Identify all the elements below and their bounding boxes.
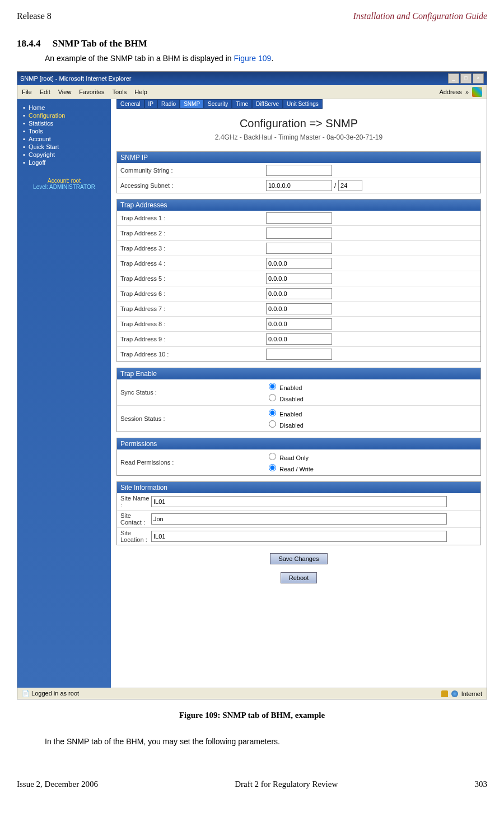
lock-icon xyxy=(441,690,448,697)
window-title: SNMP [root] - Microsoft Internet Explore… xyxy=(20,75,131,82)
address-label: Address xyxy=(440,89,462,95)
community-string-input[interactable] xyxy=(266,165,332,176)
tab-unitsettings[interactable]: Unit Settings xyxy=(283,99,323,109)
read-only-label: Read Only xyxy=(279,455,309,461)
tab-time[interactable]: Time xyxy=(232,99,252,109)
trap-address-label: Trap Address 4 : xyxy=(120,260,266,267)
trap-address-label: Trap Address 1 : xyxy=(120,215,266,221)
panel-trap-enable: Trap Enable Sync Status : Enabled Disabl… xyxy=(116,368,481,432)
panel-header-trap-enable: Trap Enable xyxy=(117,368,480,379)
sync-status-label: Sync Status : xyxy=(120,389,266,396)
tab-general[interactable]: General xyxy=(116,99,144,109)
sidebar-item-logoff[interactable]: Logoff xyxy=(23,159,108,166)
maximize-button[interactable]: □ xyxy=(460,73,472,84)
trap-address-input[interactable] xyxy=(266,258,332,269)
read-write-radio[interactable]: Read / Write xyxy=(266,462,314,474)
menu-help[interactable]: Help xyxy=(134,89,147,95)
trap-address-input[interactable] xyxy=(266,243,332,254)
sync-disabled-radio[interactable]: Disabled xyxy=(266,392,304,404)
trap-address-input[interactable] xyxy=(266,228,332,239)
reboot-button[interactable]: Reboot xyxy=(281,572,317,583)
menu-file[interactable]: File xyxy=(22,89,32,95)
session-enabled-radio[interactable]: Enabled xyxy=(266,407,304,419)
intro-paragraph: An example of the SNMP tab in a BHM is d… xyxy=(45,54,487,63)
trap-address-row: Trap Address 5 : xyxy=(117,271,480,286)
trap-address-input[interactable] xyxy=(266,303,332,314)
trap-address-label: Trap Address 10 : xyxy=(120,351,266,358)
trap-address-input[interactable] xyxy=(266,349,332,360)
site-name-input[interactable] xyxy=(151,496,447,507)
trap-address-input[interactable] xyxy=(266,318,332,330)
intro-prefix: An example of the SNMP tab in a BHM is d… xyxy=(45,54,234,63)
account-name: Account: root xyxy=(21,178,108,184)
sidebar-item-tools[interactable]: Tools xyxy=(23,127,108,135)
sidebar-item-configuration[interactable]: Configuration xyxy=(23,112,108,119)
site-location-input[interactable] xyxy=(151,531,447,542)
session-status-label: Session Status : xyxy=(120,415,266,422)
close-button[interactable]: × xyxy=(473,73,484,84)
menu-tools[interactable]: Tools xyxy=(113,89,127,95)
trap-address-row: Trap Address 10 : xyxy=(117,347,480,361)
site-location-label: Site Location : xyxy=(120,530,151,543)
tab-diffserve[interactable]: DiffServe xyxy=(252,99,283,109)
menu-bar: File Edit View Favorites Tools Help Addr… xyxy=(17,85,487,99)
trap-address-label: Trap Address 6 : xyxy=(120,290,266,297)
site-name-label: Site Name : xyxy=(120,495,151,508)
trap-address-row: Trap Address 3 : xyxy=(117,241,480,256)
trap-address-row: Trap Address 8 : xyxy=(117,317,480,332)
trap-address-row: Trap Address 7 : xyxy=(117,302,480,317)
read-only-radio[interactable]: Read Only xyxy=(266,451,314,462)
section-number: 18.4.4 xyxy=(17,38,41,49)
sidebar-item-statistics[interactable]: Statistics xyxy=(23,119,108,127)
trap-address-row: Trap Address 4 : xyxy=(117,256,480,271)
tab-ip[interactable]: IP xyxy=(144,99,157,109)
trap-address-input[interactable] xyxy=(266,333,332,345)
sidebar-item-quickstart[interactable]: Quick Start xyxy=(23,143,108,151)
tab-row: General IP Radio SNMP Security Time Diff… xyxy=(116,99,481,109)
accessing-subnet-label: Accessing Subnet : xyxy=(120,182,266,189)
sidebar-item-home[interactable]: Home xyxy=(23,104,108,112)
panel-header-snmp-ip: SNMP IP xyxy=(117,152,480,163)
minimize-button[interactable]: _ xyxy=(448,73,459,84)
community-string-label: Community String : xyxy=(120,167,266,174)
session-disabled-radio[interactable]: Disabled xyxy=(266,419,304,430)
trap-address-input[interactable] xyxy=(266,288,332,299)
address-chevron[interactable]: » xyxy=(465,89,469,95)
account-level: Level: ADMINISTRATOR xyxy=(21,184,108,190)
session-enabled-label: Enabled xyxy=(279,411,302,418)
figure-caption: Figure 109: SNMP tab of BHM, example xyxy=(17,711,487,720)
save-changes-button[interactable]: Save Changes xyxy=(270,553,327,564)
doc-header-right: Installation and Configuration Guide xyxy=(353,11,487,21)
after-paragraph: In the SNMP tab of the BHM, you may set … xyxy=(45,737,487,746)
panel-trap-addresses: Trap Addresses Trap Address 1 :Trap Addr… xyxy=(116,199,481,362)
screenshot: SNMP [root] - Microsoft Internet Explore… xyxy=(17,71,487,699)
accessing-subnet-mask-input[interactable] xyxy=(338,180,362,191)
globe-icon xyxy=(451,690,458,697)
sync-enabled-radio[interactable]: Enabled xyxy=(266,381,304,392)
menu-edit[interactable]: Edit xyxy=(40,89,50,95)
accessing-subnet-ip-input[interactable] xyxy=(266,180,332,191)
footer-right: 303 xyxy=(474,780,487,789)
panel-header-site-info: Site Information xyxy=(117,482,480,493)
menu-favorites[interactable]: Favorites xyxy=(79,89,104,95)
trap-address-label: Trap Address 3 : xyxy=(120,245,266,252)
trap-address-input[interactable] xyxy=(266,273,332,284)
trap-address-label: Trap Address 2 : xyxy=(120,230,266,237)
menu-view[interactable]: View xyxy=(58,89,72,95)
sidebar-item-copyright[interactable]: Copyright xyxy=(23,151,108,159)
sidebar-item-account[interactable]: Account xyxy=(23,135,108,143)
site-contact-input[interactable] xyxy=(151,513,447,525)
trap-address-label: Trap Address 5 : xyxy=(120,275,266,282)
read-write-label: Read / Write xyxy=(279,466,314,472)
intro-suffix: . xyxy=(271,54,273,63)
tab-radio[interactable]: Radio xyxy=(157,99,180,109)
trap-address-row: Trap Address 1 : xyxy=(117,211,480,226)
status-right-text: Internet xyxy=(461,690,482,697)
site-contact-label: Site Contact : xyxy=(120,512,151,526)
trap-address-row: Trap Address 9 : xyxy=(117,332,480,347)
figure-link[interactable]: Figure 109 xyxy=(234,54,271,63)
footer-center: Draft 2 for Regulatory Review xyxy=(235,780,338,789)
trap-address-input[interactable] xyxy=(266,212,332,224)
tab-security[interactable]: Security xyxy=(204,99,232,109)
tab-snmp[interactable]: SNMP xyxy=(180,99,204,109)
